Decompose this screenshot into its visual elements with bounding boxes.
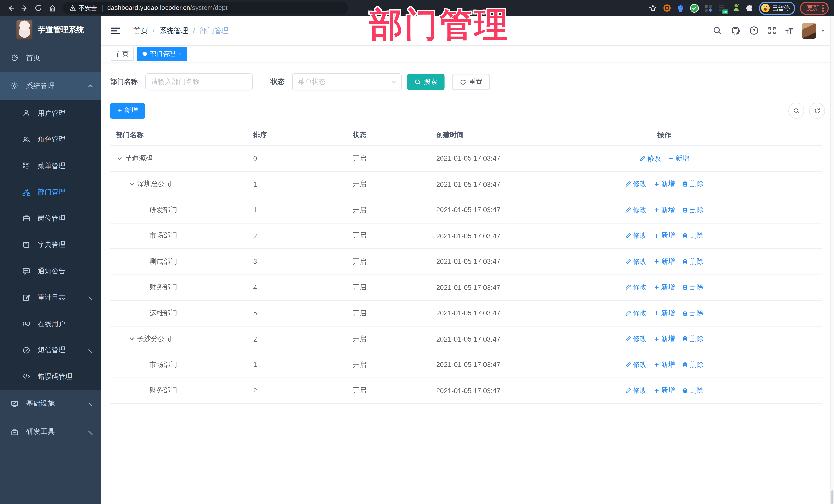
home-icon[interactable] (47, 3, 57, 13)
add-action-link[interactable]: 新增 (654, 308, 675, 318)
delete-action-link[interactable]: 删除 (682, 334, 704, 344)
delete-action-link[interactable]: 删除 (682, 283, 704, 292)
add-action-link[interactable]: 新增 (654, 283, 675, 292)
browser-profile-badge[interactable]: 已暂停 (759, 1, 795, 15)
sidebar-item-14-item[interactable]: 研发工具 (0, 418, 101, 446)
scrollbar[interactable] (830, 16, 834, 504)
url-bar[interactable]: 不安全 dashboard.yudao.iocoder.cn/system/de… (63, 2, 348, 14)
delete-action-link[interactable]: 删除 (682, 386, 704, 395)
sidebar-collapse-icon[interactable] (111, 27, 119, 34)
sidebar-item-12-item[interactable]: 错误码管理 (0, 364, 101, 390)
edit-action-link[interactable]: 修改 (625, 179, 647, 189)
sidebar-item-1-item[interactable]: 系统管理 (0, 72, 101, 100)
sidebar-item-label: 岗位管理 (38, 214, 94, 223)
tag-tab-1[interactable]: 部门管理× (137, 47, 188, 61)
tree-expand-icon[interactable] (128, 181, 135, 188)
edit-action-link[interactable]: 修改 (639, 153, 661, 163)
edit-action-link[interactable]: 修改 (625, 360, 647, 370)
close-icon[interactable]: × (179, 50, 182, 57)
reset-button[interactable]: 重置 (452, 74, 490, 90)
column-header-4: 操作 (506, 125, 822, 146)
extension-green-check-icon[interactable] (690, 3, 699, 12)
chevron-down-icon (87, 294, 94, 301)
dept-sort: 4 (247, 275, 347, 301)
tag-tab-0[interactable]: 首页 (111, 47, 134, 61)
app-logo-row[interactable]: 芋道管理系统 (0, 16, 101, 44)
delete-action-link[interactable]: 删除 (682, 179, 704, 189)
add-action-link[interactable]: 新增 (654, 231, 675, 240)
browser-update-button[interactable]: 更新 (800, 1, 829, 15)
add-action-link[interactable]: 新增 (654, 257, 675, 266)
extension-grid-diamond-icon[interactable] (704, 3, 712, 12)
breadcrumb-item-0[interactable]: 首页 (133, 26, 148, 36)
sidebar-item-10-item[interactable]: 在线用户 (0, 310, 101, 337)
breadcrumb-item-1[interactable]: 系统管理 (159, 26, 188, 36)
dashboard-icon (10, 53, 19, 62)
sidebar-item-0-item[interactable]: 首页 (0, 44, 101, 72)
search-button[interactable]: 搜索 (407, 74, 445, 90)
sidebar-item-7-item[interactable]: 字典管理 (0, 232, 101, 258)
extension-dark-bars-on-icon[interactable]: on (718, 3, 726, 12)
chevron-down-icon (87, 347, 94, 353)
dept-created-time: 2021-01-05 17:03:47 (430, 378, 506, 404)
dept-name-input[interactable]: 请输入部门名称 (145, 73, 253, 90)
avatar-caret-icon[interactable]: ▾ (822, 28, 824, 34)
bookmark-star-icon[interactable] (649, 3, 657, 12)
add-action-link[interactable]: 新增 (654, 334, 675, 344)
sidebar-item-label: 系统管理 (26, 81, 80, 91)
sidebar-item-3-item[interactable]: 角色管理 (0, 126, 101, 153)
tree-expand-icon[interactable] (128, 335, 135, 342)
add-action-link[interactable]: 新增 (654, 360, 675, 370)
reload-icon[interactable] (33, 3, 44, 13)
delete-action-link[interactable]: 删除 (682, 231, 704, 240)
extension-blue-drop-icon[interactable] (676, 3, 685, 12)
forward-icon[interactable] (19, 3, 30, 13)
sidebar-item-11-item[interactable]: 短信管理 (0, 337, 101, 364)
tree-expand-icon[interactable] (116, 155, 123, 162)
add-action-link[interactable]: 新增 (654, 205, 675, 215)
sidebar-item-2-item[interactable]: 用户管理 (0, 100, 101, 127)
add-action-link[interactable]: 新增 (668, 153, 689, 163)
extensions-puzzle-icon[interactable] (745, 3, 754, 12)
edit-action-link[interactable]: 修改 (625, 334, 647, 344)
sidebar-item-6-item[interactable]: 岗位管理 (0, 205, 101, 232)
add-action-link[interactable]: 新增 (654, 179, 675, 189)
refresh-icon (460, 79, 466, 85)
delete-action-link[interactable]: 删除 (682, 257, 704, 266)
extension-orange-ring-icon[interactable] (662, 3, 671, 12)
delete-action-link[interactable]: 删除 (682, 308, 704, 318)
browser-menu-icon[interactable] (822, 5, 824, 12)
sidebar-item-13-item[interactable]: 基础设施 (0, 390, 101, 418)
sidebar-item-8-item[interactable]: 通知公告 (0, 258, 101, 284)
sidebar-item-4-item[interactable]: 菜单管理 (0, 153, 101, 179)
user-icon (22, 109, 30, 117)
github-icon[interactable] (731, 26, 740, 36)
chevron-down-icon (390, 79, 397, 85)
fullscreen-icon[interactable] (768, 26, 776, 35)
security-label[interactable]: 不安全 (79, 4, 97, 12)
help-icon[interactable]: ? (749, 26, 758, 35)
sidebar-item-5-active[interactable]: 部门管理 (0, 179, 101, 205)
edit-action-link[interactable]: 修改 (625, 205, 647, 215)
user-avatar[interactable] (802, 23, 816, 39)
refresh-table-button[interactable] (809, 103, 825, 118)
status-select[interactable]: 菜单状态 (292, 73, 402, 90)
edit-action-link[interactable]: 修改 (625, 308, 647, 318)
delete-action-link[interactable]: 删除 (682, 205, 704, 215)
sidebar-item-9-item[interactable]: 审计日志 (0, 284, 101, 311)
delete-action-link[interactable]: 删除 (682, 360, 704, 370)
back-icon[interactable] (5, 3, 16, 13)
edit-action-link[interactable]: 修改 (625, 257, 647, 266)
sidebar-item-label: 字典管理 (38, 240, 94, 249)
table-row: 财务部门4开启2021-01-05 17:03:47修改新增删除 (110, 275, 822, 301)
font-size-icon[interactable]: TT (786, 27, 793, 35)
edit-action-link[interactable]: 修改 (625, 231, 647, 240)
search-icon[interactable] (712, 26, 722, 35)
toggle-search-button[interactable] (788, 103, 804, 118)
add-action-link[interactable]: 新增 (654, 386, 675, 395)
column-header-1: 排序 (247, 125, 347, 146)
edit-action-link[interactable]: 修改 (625, 386, 647, 395)
extension-green-person-icon[interactable] (731, 3, 740, 12)
add-button[interactable]: + 新增 (110, 103, 145, 118)
edit-action-link[interactable]: 修改 (625, 283, 647, 292)
